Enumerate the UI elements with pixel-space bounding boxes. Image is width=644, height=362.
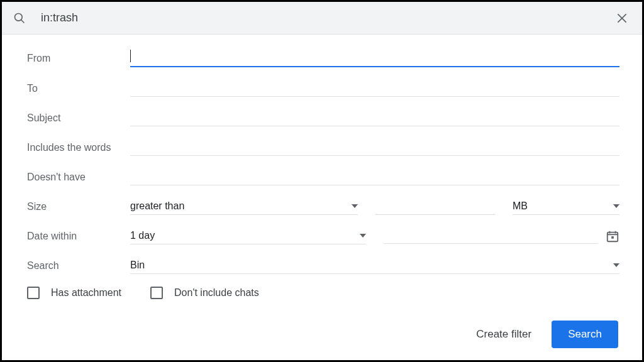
footer-actions: Create filter Search	[27, 321, 619, 348]
dont-include-chats-checkbox[interactable]: Don't include chats	[150, 287, 259, 299]
search-in-value: Bin	[130, 260, 608, 271]
search-bar	[2, 2, 642, 35]
svg-rect-5	[611, 236, 614, 239]
svg-point-0	[15, 13, 23, 21]
chevron-down-icon	[352, 204, 358, 208]
chevron-down-icon	[613, 263, 619, 267]
search-query-input[interactable]	[40, 11, 613, 25]
chevron-down-icon	[613, 204, 619, 208]
svg-line-1	[21, 19, 25, 23]
label-date-within: Date within	[27, 231, 130, 242]
date-within-select[interactable]: 1 day	[130, 228, 366, 244]
date-picker-field[interactable]	[384, 229, 598, 244]
calendar-icon[interactable]	[606, 229, 619, 243]
label-from: From	[27, 53, 130, 64]
close-icon[interactable]	[613, 9, 631, 27]
row-includes: Includes the words	[27, 139, 619, 156]
size-comparator-value: greater than	[130, 200, 347, 212]
row-to: To	[27, 80, 619, 97]
search-button[interactable]: Search	[552, 321, 618, 348]
doesnt-have-input[interactable]	[130, 168, 619, 185]
row-search-in: Search Bin	[27, 257, 619, 274]
row-from: From	[27, 50, 619, 67]
chevron-down-icon	[360, 234, 366, 238]
text-caret	[130, 50, 131, 62]
search-in-select[interactable]: Bin	[130, 257, 619, 274]
from-input[interactable]	[130, 50, 619, 67]
checkbox-box	[150, 287, 163, 299]
row-subject: Subject	[27, 109, 619, 126]
search-icon[interactable]	[13, 12, 26, 25]
includes-input[interactable]	[130, 139, 619, 156]
label-size: Size	[27, 201, 130, 212]
label-includes: Includes the words	[27, 142, 130, 153]
size-comparator-select[interactable]: greater than	[130, 198, 358, 215]
label-search-in: Search	[27, 260, 130, 272]
size-unit-select[interactable]: MB	[513, 198, 619, 215]
has-attachment-label: Has attachment	[51, 287, 121, 299]
size-value-input[interactable]	[375, 198, 495, 215]
date-within-value: 1 day	[130, 230, 355, 241]
to-input[interactable]	[130, 80, 619, 97]
create-filter-button[interactable]: Create filter	[476, 328, 531, 341]
has-attachment-checkbox[interactable]: Has attachment	[27, 287, 121, 299]
checkbox-row: Has attachment Don't include chats	[27, 287, 619, 299]
row-date-within: Date within 1 day	[27, 228, 619, 244]
subject-input[interactable]	[130, 109, 619, 126]
row-size: Size greater than MB	[27, 198, 619, 215]
label-to: To	[27, 83, 130, 94]
size-unit-value: MB	[513, 200, 608, 212]
label-subject: Subject	[27, 112, 130, 124]
checkbox-box	[27, 287, 40, 299]
row-doesnt-have: Doesn't have	[27, 168, 619, 185]
dont-include-chats-label: Don't include chats	[174, 287, 259, 299]
label-doesnt-have: Doesn't have	[27, 172, 130, 183]
advanced-search-panel: From To Subject Includes the words Doesn…	[2, 35, 642, 362]
